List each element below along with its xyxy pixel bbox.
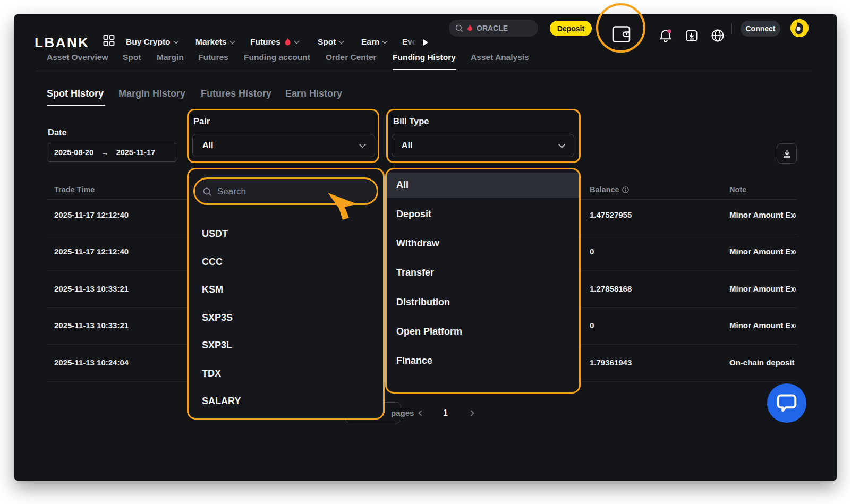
- tab-spot-history[interactable]: Spot History: [47, 88, 104, 99]
- date-from: 2025-08-20: [54, 148, 94, 157]
- row4-note: Minor Amount Exc: [729, 321, 796, 330]
- global-search[interactable]: ORACLE: [449, 20, 538, 37]
- col-header-note: Note: [729, 185, 746, 194]
- tab-margin-history[interactable]: Margin History: [118, 88, 185, 99]
- export-button[interactable]: [777, 143, 797, 164]
- nav-earn-label: Earn: [361, 37, 379, 47]
- nav-futures-label: Futures: [250, 37, 280, 47]
- pair-option-sxp3s[interactable]: SXP3S: [202, 312, 233, 323]
- nav-events-truncated[interactable]: Eve: [402, 37, 417, 47]
- next-page-icon[interactable]: [468, 410, 474, 416]
- chevron-down-icon: [230, 38, 235, 44]
- bill-option-all[interactable]: All: [396, 180, 409, 191]
- nav-spot-label: Spot: [318, 37, 336, 47]
- row1-note: Minor Amount Exc: [729, 210, 796, 219]
- avatar[interactable]: [790, 19, 809, 37]
- pair-option-tdx[interactable]: TDX: [202, 368, 221, 379]
- nav-fade: [406, 35, 418, 50]
- language-globe-icon[interactable]: [711, 29, 725, 42]
- pair-select[interactable]: All: [192, 134, 375, 157]
- current-page[interactable]: 1: [443, 408, 448, 418]
- bill-type-select-value: All: [402, 141, 412, 150]
- info-icon[interactable]: [622, 186, 629, 193]
- app-window: LBANK Buy Crypto Markets Futures Sp: [14, 14, 837, 481]
- bill-option-finance[interactable]: Finance: [396, 355, 432, 366]
- notifications-bell-icon[interactable]: [659, 29, 673, 43]
- subnav-order-center[interactable]: Order Center: [326, 53, 377, 62]
- date-label: Date: [48, 127, 67, 138]
- chevron-down-icon: [359, 141, 366, 148]
- avatar-logo: [790, 19, 809, 37]
- live-chat-button[interactable]: [767, 383, 806, 423]
- row1-trade-time: 2025-11-17 12:12:40: [54, 210, 129, 219]
- deposit-button[interactable]: Deposit: [550, 21, 592, 36]
- row4-trade-time: 2025-11-13 10:33:21: [54, 321, 129, 330]
- search-icon: [455, 24, 463, 32]
- pair-search-field[interactable]: [196, 180, 376, 203]
- date-range-input[interactable]: 2025-08-20 → 2025-11-17: [47, 143, 177, 162]
- subnav-margin[interactable]: Margin: [157, 53, 184, 62]
- row5-balance: 1.79361943: [590, 358, 632, 367]
- row4-balance: 0: [590, 321, 594, 330]
- wallet-icon[interactable]: [611, 25, 631, 43]
- bill-option-open-platform[interactable]: Open Platform: [396, 326, 462, 337]
- nav-buy-crypto[interactable]: Buy Crypto: [126, 37, 178, 47]
- search-hot-term: ORACLE: [477, 24, 508, 32]
- bill-option-transfer[interactable]: Transfer: [396, 267, 434, 278]
- date-arrow-icon: →: [101, 148, 109, 157]
- chevron-down-icon: [558, 141, 565, 148]
- pair-option-sxp3l[interactable]: SXP3L: [202, 340, 232, 351]
- bill-option-withdraw[interactable]: Withdraw: [396, 238, 439, 249]
- chat-bubble-icon: [776, 393, 797, 413]
- nav-markets-label: Markets: [196, 37, 227, 47]
- nav-divider: [731, 23, 732, 34]
- nav-buy-crypto-label: Buy Crypto: [126, 37, 171, 47]
- pair-option-ksm[interactable]: KSM: [202, 284, 223, 295]
- nav-spot[interactable]: Spot: [318, 37, 343, 47]
- pair-label: Pair: [193, 116, 210, 126]
- download-icon: [782, 149, 792, 159]
- nav-earn[interactable]: Earn: [361, 37, 387, 47]
- subnav-spot[interactable]: Spot: [123, 53, 141, 62]
- pair-search-input[interactable]: [217, 186, 345, 197]
- pair-select-value: All: [202, 141, 213, 150]
- pair-dropdown-panel: USDT CCC KSM SXP3S SXP3L TDX SALARY: [188, 168, 385, 419]
- bill-option-distribution[interactable]: Distribution: [396, 297, 450, 308]
- subnav-active-underline: [393, 69, 456, 70]
- bill-type-select[interactable]: All: [392, 134, 574, 157]
- search-icon: [203, 187, 212, 197]
- col-header-balance: Balance: [590, 185, 629, 194]
- lbank-logo[interactable]: LBANK: [35, 35, 90, 51]
- bill-type-label: Bill Type: [393, 116, 429, 126]
- subnav-asset-analysis[interactable]: Asset Analysis: [471, 53, 529, 62]
- pair-option-usdt[interactable]: USDT: [202, 228, 228, 240]
- pair-option-salary[interactable]: SALARY: [202, 396, 241, 407]
- subnav-divider: [36, 71, 811, 71]
- pair-option-ccc[interactable]: CCC: [202, 257, 223, 268]
- tab-earn-history[interactable]: Earn History: [285, 88, 342, 99]
- nav-futures[interactable]: Futures: [250, 37, 299, 47]
- row3-note: Minor Amount Exc: [729, 284, 796, 293]
- subnav-futures[interactable]: Futures: [198, 53, 228, 62]
- apps-grid-icon[interactable]: [103, 35, 115, 46]
- page: LBANK Buy Crypto Markets Futures Sp: [0, 0, 850, 504]
- app-download-icon[interactable]: [685, 29, 699, 43]
- nav-scroll-right-icon[interactable]: [423, 39, 428, 46]
- chevron-down-icon: [382, 38, 388, 44]
- prev-page-icon[interactable]: [418, 410, 424, 416]
- tab-futures-history[interactable]: Futures History: [201, 88, 271, 99]
- subnav-asset-overview[interactable]: Asset Overview: [47, 53, 108, 62]
- col-header-trade-time: Trade Time: [54, 185, 95, 194]
- date-to: 2025-11-17: [116, 148, 155, 157]
- row2-note: Minor Amount Exc: [729, 247, 796, 256]
- connect-button[interactable]: Connect: [741, 21, 780, 37]
- subnav-funding-account[interactable]: Funding account: [244, 53, 310, 62]
- bill-option-deposit[interactable]: Deposit: [396, 209, 431, 220]
- row5-note: On-chain deposit: [729, 358, 796, 367]
- bill-type-dropdown-panel: All Deposit Withdraw Transfer Distributi…: [386, 168, 581, 393]
- subnav-funding-history[interactable]: Funding History: [393, 53, 456, 62]
- nav-markets[interactable]: Markets: [196, 37, 234, 47]
- chevron-down-icon: [339, 38, 344, 44]
- row2-trade-time: 2025-11-17 12:12:40: [54, 247, 129, 256]
- row1-balance: 1.47527955: [590, 210, 632, 219]
